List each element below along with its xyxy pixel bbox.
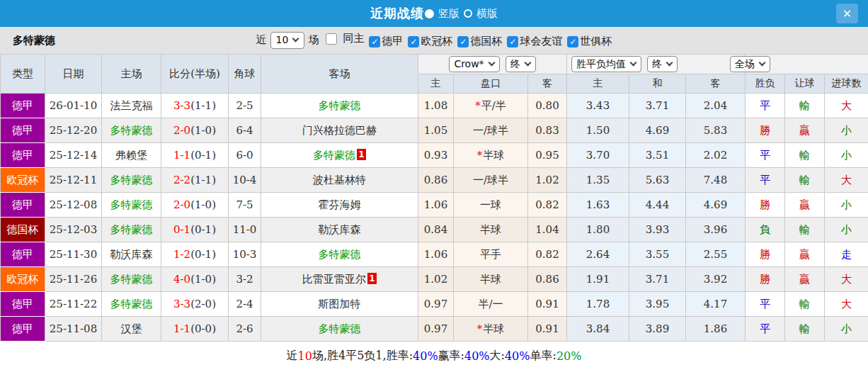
- checkbox-unchecked-icon[interactable]: [326, 33, 337, 45]
- horizontal-layout-label[interactable]: 横版: [476, 7, 498, 21]
- vertical-layout-label[interactable]: 竖版: [438, 7, 459, 21]
- horizontal-layout-radio[interactable]: [464, 9, 472, 18]
- handicap-text: 半/一: [478, 298, 503, 310]
- mean-away-cell: 4.17: [686, 292, 746, 317]
- mean-away-cell: 7.48: [686, 168, 746, 193]
- result-outcome-cell: 平: [746, 292, 785, 317]
- corner-cell: 6-0: [229, 143, 261, 168]
- summary-segment: 40%: [464, 349, 490, 363]
- match-scope-select[interactable]: 全场: [730, 56, 770, 72]
- close-button[interactable]: ✕: [836, 4, 858, 23]
- red-card-badge: 1: [357, 149, 366, 160]
- score-cell: 1-1(0-0): [161, 317, 229, 342]
- mean-draw-cell: 3.93: [629, 218, 686, 242]
- team-name-text: 门兴格拉德巴赫: [302, 124, 377, 137]
- score-cell: 1-1(0-1): [161, 143, 229, 168]
- date-cell: 25-12-14: [45, 143, 102, 168]
- result-outcome-cell: 勝: [746, 193, 785, 218]
- vertical-layout-radio[interactable]: [425, 9, 434, 18]
- result-goals-cell: 小: [825, 143, 868, 168]
- recent-count-select[interactable]: 10: [270, 32, 305, 48]
- league-filter-checkboxes: 同主✓德甲✓欧冠杯✓德国杯✓球会友谊✓世俱杯: [319, 32, 612, 48]
- checkbox-checked-icon[interactable]: ✓: [507, 36, 518, 47]
- table-row: 德甲25-11-08汉堡1-1(0-0)2-6多特蒙德0.97*半球0.913.…: [1, 317, 868, 342]
- away-team-cell: 多特蒙德: [261, 94, 418, 118]
- corner-cell: 10-3: [229, 242, 261, 267]
- bookmaker-select[interactable]: Crow*: [449, 56, 499, 72]
- team-name-text: 波杜基林特: [313, 174, 366, 186]
- mean-stage-value: 终: [652, 59, 662, 69]
- checkbox-checked-icon[interactable]: ✓: [408, 36, 419, 47]
- header-group-row: 类型日期主场比分(半场)角球客场 Crow*终 胜平负均值终 全场: [1, 55, 868, 74]
- result-goals-cell: 大: [825, 292, 868, 317]
- chevron-down-icon: [292, 35, 299, 43]
- mean-home-cell: 1.80: [567, 218, 629, 242]
- handicap-text: 平/半: [481, 99, 506, 112]
- team-name-text: 多特蒙德: [110, 124, 153, 137]
- summary-segment: 20%: [556, 349, 582, 363]
- handicap-text: 半球: [483, 322, 504, 335]
- filter-checkbox-3: ✓德国杯: [452, 35, 502, 48]
- halftime-score: (1-1): [190, 99, 216, 112]
- checkbox-label: 世俱杯: [580, 35, 612, 48]
- checkbox-checked-icon[interactable]: ✓: [369, 36, 380, 47]
- summary-segment: 场,胜4平5负1,: [312, 349, 387, 364]
- bookmaker-stage-select[interactable]: 终: [506, 56, 536, 72]
- home-team-cell: 汉堡: [102, 317, 161, 342]
- handicap-text: 半球: [480, 273, 501, 286]
- fulltime-score: 3-3: [173, 99, 190, 112]
- odds-away-cell: 0.91: [528, 317, 567, 342]
- result-outcome-cell: 勝: [746, 242, 785, 267]
- date-cell: 25-12-11: [45, 168, 102, 193]
- recent-prefix-label: 近: [256, 33, 267, 47]
- odds-away-cell: 0.82: [528, 193, 567, 218]
- team-name-text: 多特蒙德: [319, 99, 361, 112]
- match-scope-value: 全场: [735, 59, 755, 69]
- odds-home-cell: 0.86: [418, 168, 454, 193]
- mean-odds-select[interactable]: 胜平负均值: [571, 56, 641, 72]
- odds-away-cell: 0.86: [528, 267, 567, 292]
- fulltime-score: 1-1: [173, 322, 190, 335]
- handicap-cell: 半/一: [454, 292, 528, 317]
- halftime-score: (0-1): [190, 223, 216, 236]
- away-team-cell: 比雷亚雷亚尔1: [261, 267, 418, 292]
- home-team-cell: 法兰克福: [102, 94, 161, 118]
- chevron-down-icon: [524, 60, 531, 67]
- result-goals-cell: 小: [825, 317, 868, 342]
- mean-draw-cell: 3.51: [629, 143, 686, 168]
- odds-home-cell: 0.84: [418, 218, 454, 242]
- table-row: 德甲25-12-20多特蒙德2-0(1-0)6-4门兴格拉德巴赫1.05一/球半…: [1, 118, 868, 143]
- filter-controls: 近 10 场 同主✓德甲✓欧冠杯✓德国杯✓球会友谊✓世俱杯: [256, 32, 612, 48]
- filter-checkbox-2: ✓欧冠杯: [403, 35, 452, 48]
- chevron-down-icon: [666, 60, 673, 67]
- handicap-text: 一/球半: [473, 124, 508, 137]
- mean-home-cell: 1.78: [567, 292, 629, 317]
- result-handicap-cell: 輸: [785, 94, 825, 118]
- halftime-score: (0-1): [190, 149, 216, 162]
- result-goals-cell: 小: [825, 218, 868, 242]
- result-outcome-cell: 平: [746, 143, 785, 168]
- halftime-score: (1-1): [190, 174, 216, 186]
- checkbox-checked-icon[interactable]: ✓: [457, 36, 469, 47]
- fulltime-score: 2-0: [173, 124, 190, 137]
- league-badge: 德甲: [1, 143, 45, 168]
- mean-stage-select[interactable]: 终: [647, 56, 678, 72]
- halftime-score: (0-0): [190, 322, 216, 335]
- odds-away-cell: 0.91: [528, 292, 567, 317]
- handicap-cell: 半球: [454, 267, 528, 292]
- date-cell: 25-11-22: [45, 292, 102, 317]
- sub-column-header: 客: [528, 74, 567, 94]
- mean-draw-cell: 3.71: [629, 94, 686, 118]
- mean-away-cell: 3.96: [686, 218, 746, 242]
- corner-cell: 11-0: [229, 218, 261, 242]
- handicap-cell: 一球: [454, 193, 528, 218]
- corner-cell: 2-6: [229, 317, 261, 342]
- mean-away-cell: 2.04: [686, 94, 746, 118]
- column-header: 角球: [229, 55, 261, 94]
- summary-segment: 40%: [413, 349, 438, 363]
- handicap-text: 半球: [483, 149, 504, 162]
- team-name-text: 勒沃库森: [110, 248, 153, 261]
- odds-away-cell: 0.80: [528, 94, 567, 118]
- away-team-cell: 霍芬海姆: [261, 193, 418, 218]
- checkbox-checked-icon[interactable]: ✓: [567, 36, 578, 47]
